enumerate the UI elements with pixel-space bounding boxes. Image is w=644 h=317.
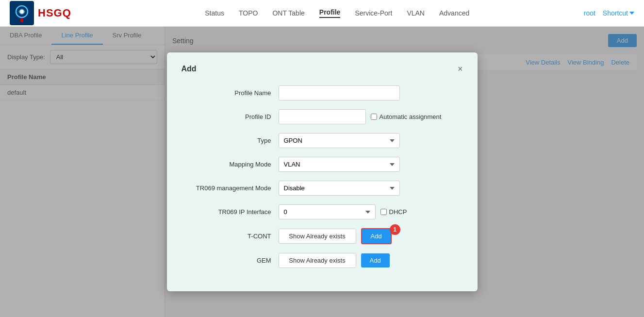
type-row: Type GPON EPON XG-PON — [182, 133, 463, 148]
nav-topo[interactable]: TOPO — [239, 9, 258, 17]
nav-vlan[interactable]: VLAN — [407, 9, 425, 17]
gem-inline: Show Already exists Add — [279, 253, 390, 268]
tr069-ip-inline: 0 1 2 DHCP — [279, 204, 407, 219]
logo-text: HSGQ — [38, 7, 71, 19]
mapping-mode-select[interactable]: VLAN GEM Port Priority Queue — [279, 157, 400, 172]
tr069-mode-select[interactable]: Disable Enable — [279, 181, 400, 196]
tr069-ip-label: TR069 IP Interface — [182, 208, 279, 216]
tcont-row: T-CONT Show Already exists Add 1 — [182, 228, 463, 244]
nav-status[interactable]: Status — [205, 9, 224, 17]
modal-title: Add — [182, 65, 197, 73]
automatic-assignment-label[interactable]: Automatic assignment — [371, 113, 442, 120]
tcont-badge: 1 — [390, 224, 400, 235]
profile-id-input[interactable] — [279, 109, 366, 124]
tcont-inline: Show Already exists Add 1 — [279, 228, 392, 244]
dhcp-checkbox[interactable] — [380, 209, 387, 215]
nav-links: Status TOPO ONT Table Profile Service-Po… — [91, 8, 584, 18]
gem-label: GEM — [182, 257, 279, 264]
tr069-ip-select[interactable]: 0 1 2 — [279, 204, 376, 219]
tcont-label: T-CONT — [182, 233, 279, 240]
logo-icon — [10, 1, 34, 25]
svg-point-2 — [20, 10, 24, 14]
profile-name-label: Profile Name — [182, 89, 279, 97]
logo-area: HSGQ — [10, 1, 71, 25]
nav-shortcut[interactable]: Shortcut — [603, 9, 634, 17]
chevron-down-icon — [629, 12, 634, 15]
modal-header: Add × — [182, 65, 463, 73]
mapping-mode-row: Mapping Mode VLAN GEM Port Priority Queu… — [182, 157, 463, 172]
top-nav: HSGQ Status TOPO ONT Table Profile Servi… — [0, 0, 644, 27]
gem-row: GEM Show Already exists Add — [182, 253, 463, 268]
tr069-mode-label: TR069 management Mode — [182, 184, 279, 192]
profile-id-inline: Automatic assignment — [279, 109, 442, 124]
gem-add-button[interactable]: Add — [361, 253, 390, 267]
type-label: Type — [182, 137, 279, 144]
gem-show-button[interactable]: Show Already exists — [279, 253, 356, 268]
profile-id-row: Profile ID Automatic assignment — [182, 109, 463, 124]
tcont-show-button[interactable]: Show Already exists — [279, 229, 356, 244]
dhcp-label[interactable]: DHCP — [380, 208, 407, 216]
profile-id-label: Profile ID — [182, 113, 279, 120]
tr069-ip-row: TR069 IP Interface 0 1 2 DHCP — [182, 204, 463, 219]
nav-profile[interactable]: Profile — [319, 8, 341, 18]
svg-rect-3 — [20, 18, 23, 22]
automatic-assignment-checkbox[interactable] — [371, 114, 377, 120]
tr069-mode-row: TR069 management Mode Disable Enable — [182, 181, 463, 196]
nav-right: root Shortcut — [584, 9, 634, 17]
modal-close-button[interactable]: × — [458, 65, 463, 73]
nav-advanced[interactable]: Advanced — [439, 9, 469, 17]
mapping-mode-label: Mapping Mode — [182, 161, 279, 168]
add-modal: Add × Profile Name Profile ID Automatic … — [167, 52, 478, 291]
profile-name-row: Profile Name — [182, 85, 463, 100]
nav-service-port[interactable]: Service-Port — [355, 9, 392, 17]
tcont-add-button[interactable]: Add — [361, 228, 392, 244]
nav-ont-table[interactable]: ONT Table — [272, 9, 304, 17]
nav-user[interactable]: root — [584, 9, 595, 17]
main-content: DBA Profile Line Profile Srv Profile Dis… — [0, 27, 644, 317]
type-select[interactable]: GPON EPON XG-PON — [279, 133, 400, 148]
profile-name-input[interactable] — [279, 85, 400, 100]
